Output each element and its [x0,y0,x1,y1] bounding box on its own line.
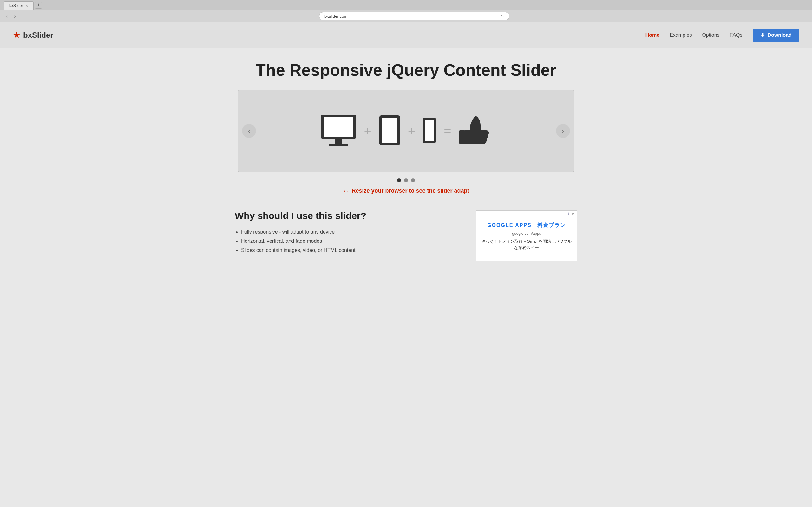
svg-rect-8 [459,130,464,144]
site-header: ★ bxSlider Home Examples Options FAQs ⬇ … [0,22,812,48]
slider-dot-3[interactable] [411,178,415,182]
svg-rect-7 [425,120,434,141]
why-title: Why should I use this slider? [235,210,450,221]
logo-star-icon: ★ [13,30,20,40]
why-item-2: Horizontal, vertical, and fade modes [241,237,450,246]
plus-icon-2: + [408,124,415,138]
nav-options[interactable]: Options [702,32,719,38]
tab-label: bxSlider [9,3,23,8]
download-label: Download [768,32,792,38]
browser-toolbar: ‹ › bxslider.com ↻ [0,10,812,22]
ad-domain: google.com/apps [481,231,572,236]
ad-close-button[interactable]: ✕ [571,212,574,216]
new-tab-button[interactable]: + [35,2,42,9]
site-nav: Home Examples Options FAQs ⬇ Download [646,29,799,42]
address-bar[interactable]: bxslider.com ↻ [319,12,509,20]
why-item-1: Fully responsive - will adapt to any dev… [241,228,450,237]
resize-hint-text: Resize your browser to see the slider ad… [351,187,469,194]
forward-button[interactable]: › [12,12,18,20]
tab-close-button[interactable]: ✕ [26,4,28,8]
ad-info-icon[interactable]: ℹ [568,212,569,216]
why-section: Why should I use this slider? Fully resp… [216,210,596,261]
nav-faqs[interactable]: FAQs [730,32,743,38]
svg-rect-1 [323,117,353,136]
resize-arrows-icon: ↔ [343,187,349,194]
ad-title[interactable]: GOOGLE APPS 料金プラン [481,222,572,229]
slider-dot-2[interactable] [404,178,408,182]
slider-dots [238,178,574,182]
slider-prev-button[interactable]: ‹ [242,124,256,138]
svg-rect-3 [329,144,348,146]
browser-tab[interactable]: bxSlider ✕ [4,1,34,10]
ad-description: さっそくドメイン取得＋Gmail を開始しパワフルな業務スイー [481,238,572,250]
logo-text: bxSlider [23,31,53,40]
nav-examples[interactable]: Examples [670,32,692,38]
why-item-3: Slides can contain images, video, or HTM… [241,246,450,255]
monitor-icon [319,113,357,148]
phone-icon [421,116,438,146]
why-left-column: Why should I use this slider? Fully resp… [235,210,450,255]
url-display: bxslider.com [324,14,347,19]
slider-dot-1[interactable] [397,178,401,182]
main-content: The Responsive jQuery Content Slider ‹ + [0,48,812,492]
equals-icon: = [444,124,451,138]
slider-next-button[interactable]: › [556,124,570,138]
advertisement-box: ℹ ✕ GOOGLE APPS 料金プラン google.com/apps さっ… [476,210,577,261]
page-title: The Responsive jQuery Content Slider [0,60,812,79]
svg-rect-5 [382,118,397,143]
resize-hint: ↔ Resize your browser to see the slider … [238,187,574,194]
slider-slide: + + = [294,107,518,155]
download-button[interactable]: ⬇ Download [753,29,799,42]
thumbs-up-icon [458,113,493,149]
nav-home[interactable]: Home [646,32,659,38]
back-button[interactable]: ‹ [4,12,9,20]
slider-container: ‹ + [238,90,574,172]
reload-button[interactable]: ↻ [500,14,504,19]
plus-icon-1: + [364,124,371,138]
download-arrow-icon: ⬇ [760,32,765,39]
tablet-icon [378,114,402,148]
browser-tab-bar: bxSlider ✕ + [0,0,812,10]
logo-area[interactable]: ★ bxSlider [13,30,53,40]
why-list: Fully responsive - will adapt to any dev… [235,228,450,255]
